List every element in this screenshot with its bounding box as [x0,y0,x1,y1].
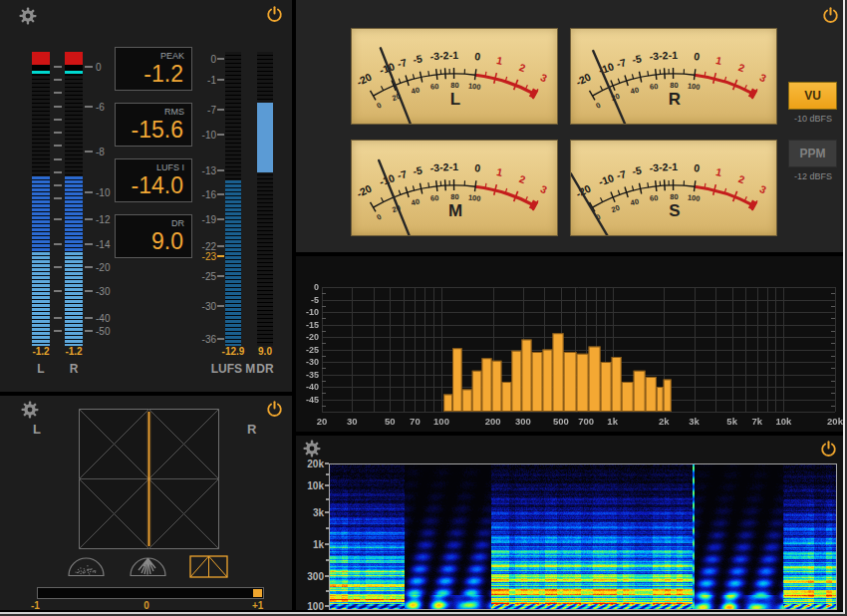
freq-scale-tick [325,605,329,607]
gonio-mode-dots-button[interactable] [67,555,106,578]
svg-text:3: 3 [539,71,549,84]
lufs-m-meter [225,52,241,346]
svg-text:1: 1 [495,54,503,67]
svg-text:-2: -2 [659,49,669,61]
level-meters-panel: 0-6-8-10-12-14-20-30-40-50 -1.2 -1.2 L R… [0,0,292,392]
scale-tick [217,245,224,247]
scale-label: -10 [96,187,110,198]
scale-tick [217,79,224,81]
svg-text:3: 3 [539,182,549,195]
scale-label: -16 [179,189,216,200]
svg-text:1: 1 [495,165,503,178]
svg-text:60: 60 [650,82,659,92]
scale-tick [85,191,93,193]
scale-tick [54,218,62,220]
scale-tick [85,151,93,153]
metering-suite-window: 0-6-8-10-12-14-20-30-40-50 -1.2 -1.2 L R… [0,0,845,614]
svg-text:100: 100 [467,82,480,92]
svg-text:80: 80 [670,81,678,90]
scale-tick [54,66,62,68]
power-icon[interactable] [266,6,284,24]
svg-text:40: 40 [630,197,640,208]
freq-scale-minor-tick [326,559,329,561]
left-channel-label: L [33,422,41,437]
scale-tick [85,266,93,268]
scale-tick [54,184,62,186]
meter-value: -1.2 [60,346,88,357]
svg-text:100: 100 [687,193,700,203]
freq-scale-label: 1k [298,539,324,550]
scale-label: -1 [179,75,216,86]
svg-text:100: 100 [467,193,480,203]
clip-indicator [65,52,83,65]
svg-text:40: 40 [630,86,640,97]
freq-scale-label: 300 [298,571,324,582]
scale-label: -23 [179,251,216,262]
settings-gear-icon[interactable] [21,401,39,419]
gonio-mode-burst-button[interactable] [129,555,167,578]
svg-text:3: 3 [758,71,768,84]
scale-tick [217,305,224,307]
svg-text:-7: -7 [615,167,627,181]
ppm-mode-reference: -12 dBFS [778,171,845,181]
corr-scale-max: +1 [252,600,263,610]
corr-scale-zero: 0 [143,600,149,610]
svg-text:-20: -20 [355,71,374,88]
svg-text:80: 80 [670,192,678,201]
power-icon[interactable] [820,441,838,459]
scale-tick [54,145,62,147]
dr-meter [257,52,273,346]
svg-text:100: 100 [687,82,700,92]
meter-value: -1.2 [27,346,55,357]
ppm-mode-button[interactable]: PPM [788,140,837,167]
svg-text:0: 0 [376,101,384,111]
gonio-mode-square-button[interactable] [189,555,228,578]
channel-label: R [60,362,88,376]
svg-text:2: 2 [737,172,746,185]
freq-scale-tick [325,511,329,513]
svg-text:-2: -2 [659,160,669,172]
scale-tick [217,109,224,111]
svg-text:60: 60 [650,193,659,203]
svg-text:2: 2 [518,172,527,185]
scale-tick [54,290,62,292]
svg-text:-1: -1 [669,49,679,61]
power-icon[interactable] [266,401,284,419]
scale-tick [217,134,224,136]
svg-text:-2: -2 [439,49,449,61]
scale-tick [54,132,62,134]
spectrum-chart [296,256,845,432]
freq-scale-tick [325,575,329,577]
freq-scale-tick [325,462,329,464]
scale-tick [54,266,62,268]
spectrogram-image [330,464,836,609]
readout-value: -15.6 [132,117,183,144]
settings-gear-icon[interactable] [303,440,321,458]
scale-tick [54,243,62,245]
scale-label: -30 [179,301,216,312]
svg-text:20: 20 [610,203,621,214]
svg-text:-5: -5 [631,52,642,65]
svg-text:1: 1 [714,54,722,67]
spectrogram-frame [329,463,837,610]
scale-label: -12 [96,214,110,225]
vu-mode-button[interactable]: VU [788,82,837,110]
freq-scale-tick [325,543,329,545]
goniometer-panel: L R -1 0 +1 [0,396,292,610]
power-icon[interactable] [822,7,840,25]
svg-text:0: 0 [595,101,603,111]
svg-text:-5: -5 [412,163,423,176]
svg-text:-20: -20 [355,182,374,199]
freq-scale-minor-tick [326,498,329,500]
vu-meter-right: -20-10-7-5-3-2-10123020406080100R [570,28,777,125]
readout-value: -14.0 [132,172,183,199]
svg-text:0: 0 [474,161,481,174]
scale-label: 0 [96,62,102,73]
svg-text:1: 1 [714,165,722,178]
scale-label: -50 [96,326,110,337]
scale-tick [85,243,93,245]
peak-hold-line [65,71,83,74]
freq-scale-label: 3k [298,507,324,518]
settings-gear-icon[interactable] [19,7,37,25]
spectrum-analyzer-panel [296,256,845,432]
